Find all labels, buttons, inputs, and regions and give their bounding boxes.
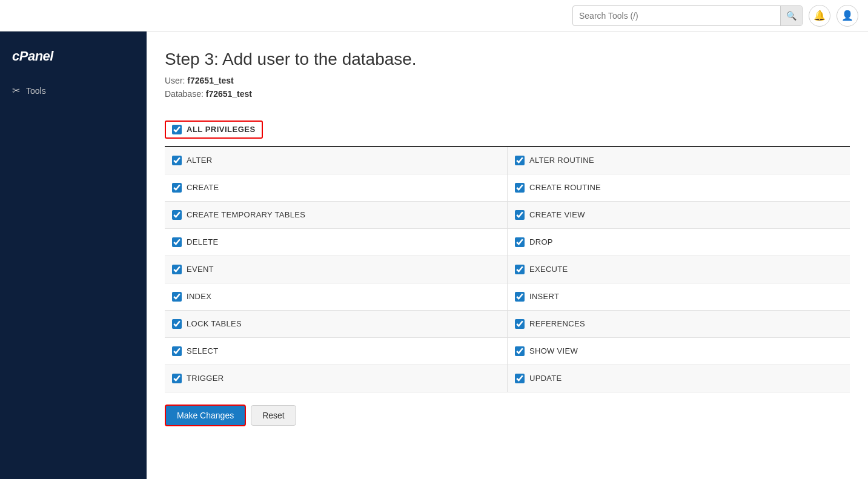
priv-cell-left: CREATE TEMPORARY TABLES (165, 202, 508, 228)
priv-cell-right: REFERENCES (508, 311, 850, 337)
user-icon[interactable]: 👤 (837, 5, 858, 27)
priv-label[interactable]: CREATE VIEW (529, 210, 585, 219)
priv-checkbox[interactable] (172, 210, 182, 220)
priv-label[interactable]: ALTER ROUTINE (529, 156, 594, 165)
priv-checkbox[interactable] (515, 183, 525, 193)
table-row: EVENT EXECUTE (165, 256, 850, 283)
main-content: Step 3: Add user to the database. User: … (147, 31, 868, 479)
database-line: Database: f72651_test (165, 87, 850, 101)
database-value: f72651_test (206, 89, 252, 99)
make-changes-button[interactable]: Make Changes (165, 405, 246, 426)
priv-cell-right: UPDATE (508, 365, 850, 392)
priv-label[interactable]: UPDATE (529, 374, 562, 383)
priv-label[interactable]: REFERENCES (529, 319, 585, 328)
table-row: LOCK TABLES REFERENCES (165, 311, 850, 338)
privileges-grid: ALTER ALTER ROUTINE CREATE CREATE ROUTIN… (165, 147, 850, 392)
all-privileges-row: ALL PRIVILEGES (165, 113, 850, 147)
priv-label[interactable]: CREATE TEMPORARY TABLES (187, 210, 305, 219)
priv-checkbox[interactable] (515, 210, 525, 220)
priv-label[interactable]: INSERT (529, 292, 559, 301)
layout: cPanel ✂ Tools Step 3: Add user to the d… (0, 31, 868, 479)
priv-label[interactable]: SELECT (187, 346, 218, 355)
header: 🔍 🔔 👤 (0, 0, 868, 31)
table-row: CREATE CREATE ROUTINE (165, 174, 850, 202)
priv-cell-right: EXECUTE (508, 256, 850, 283)
priv-checkbox[interactable] (172, 319, 182, 329)
priv-cell-left: INDEX (165, 283, 508, 310)
priv-label[interactable]: LOCK TABLES (187, 319, 242, 328)
priv-checkbox[interactable] (515, 292, 525, 302)
priv-checkbox[interactable] (515, 374, 525, 383)
priv-checkbox[interactable] (172, 237, 182, 247)
priv-checkbox[interactable] (515, 237, 525, 247)
meta-info: User: f72651_test Database: f72651_test (165, 74, 850, 101)
database-label: Database: (165, 89, 204, 99)
priv-label[interactable]: DROP (529, 237, 553, 246)
all-privileges-checkbox-wrapper[interactable]: ALL PRIVILEGES (165, 121, 263, 139)
priv-checkbox[interactable] (172, 374, 182, 383)
priv-cell-left: LOCK TABLES (165, 311, 508, 337)
cpanel-logo: cPanel (0, 44, 147, 79)
priv-label[interactable]: CREATE (187, 183, 219, 192)
button-row: Make Changes Reset (165, 405, 850, 426)
priv-checkbox[interactable] (172, 183, 182, 193)
user-value: f72651_test (187, 76, 233, 85)
user-label: User: (165, 76, 185, 85)
priv-checkbox[interactable] (515, 156, 525, 165)
priv-label[interactable]: TRIGGER (187, 374, 224, 383)
priv-label[interactable]: SHOW VIEW (529, 346, 578, 355)
all-privileges-checkbox[interactable] (172, 125, 182, 134)
table-row: CREATE TEMPORARY TABLES CREATE VIEW (165, 202, 850, 229)
table-row: TRIGGER UPDATE (165, 365, 850, 392)
priv-cell-right: DROP (508, 229, 850, 256)
priv-cell-right: INSERT (508, 283, 850, 310)
priv-cell-right: CREATE VIEW (508, 202, 850, 228)
priv-checkbox[interactable] (172, 156, 182, 165)
reset-button[interactable]: Reset (251, 405, 296, 426)
priv-checkbox[interactable] (172, 292, 182, 302)
priv-cell-left: EVENT (165, 256, 508, 283)
priv-cell-right: ALTER ROUTINE (508, 147, 850, 174)
priv-checkbox[interactable] (515, 346, 525, 356)
priv-cell-left: TRIGGER (165, 365, 508, 392)
search-icon: 🔍 (786, 11, 797, 21)
table-row: DELETE DROP (165, 229, 850, 256)
priv-label[interactable]: EVENT (187, 265, 214, 274)
notification-icon[interactable]: 🔔 (809, 5, 830, 27)
page-title: Step 3: Add user to the database. (165, 50, 850, 69)
priv-checkbox[interactable] (515, 265, 525, 274)
search-button[interactable]: 🔍 (780, 5, 802, 26)
priv-cell-left: DELETE (165, 229, 508, 256)
sidebar: cPanel ✂ Tools (0, 31, 147, 479)
priv-label[interactable]: CREATE ROUTINE (529, 183, 601, 192)
priv-cell-left: CREATE (165, 174, 508, 201)
priv-cell-right: CREATE ROUTINE (508, 174, 850, 201)
tools-icon: ✂ (12, 85, 20, 96)
priv-cell-left: ALTER (165, 147, 508, 174)
search-input[interactable] (573, 11, 780, 21)
sidebar-item-tools[interactable]: ✂ Tools (0, 79, 147, 102)
sidebar-item-label: Tools (26, 86, 46, 96)
logo-text: cPanel (12, 48, 53, 64)
all-privileges-label[interactable]: ALL PRIVILEGES (187, 125, 256, 134)
priv-checkbox[interactable] (172, 265, 182, 274)
priv-cell-right: SHOW VIEW (508, 338, 850, 365)
priv-label[interactable]: EXECUTE (529, 265, 568, 274)
priv-checkbox[interactable] (515, 319, 525, 329)
search-container: 🔍 (572, 5, 803, 26)
priv-label[interactable]: ALTER (187, 156, 212, 165)
priv-checkbox[interactable] (172, 346, 182, 356)
table-row: ALTER ALTER ROUTINE (165, 147, 850, 174)
table-row: INDEX INSERT (165, 283, 850, 311)
priv-label[interactable]: DELETE (187, 237, 218, 246)
user-line: User: f72651_test (165, 74, 850, 87)
priv-cell-left: SELECT (165, 338, 508, 365)
priv-label[interactable]: INDEX (187, 292, 211, 301)
table-row: SELECT SHOW VIEW (165, 338, 850, 365)
